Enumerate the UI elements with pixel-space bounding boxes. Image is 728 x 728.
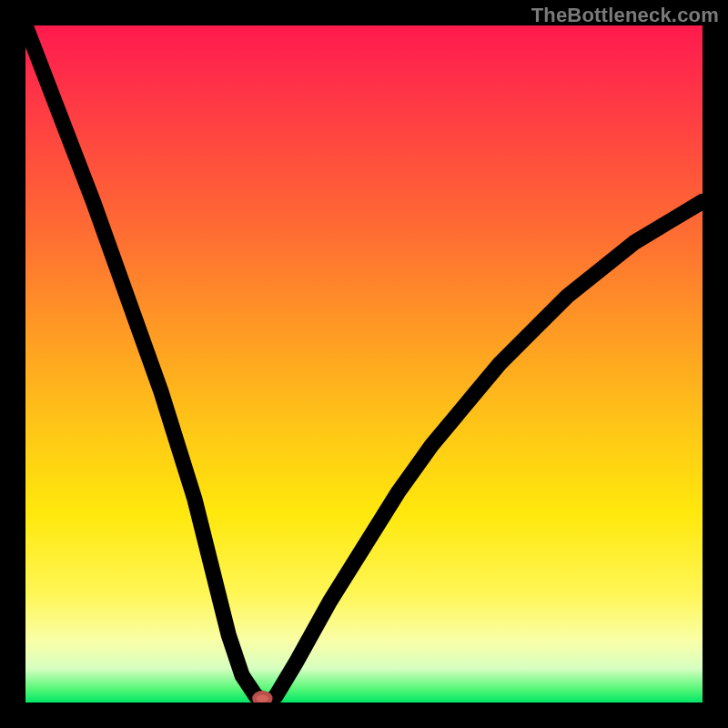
plot-area (25, 25, 703, 703)
chart-svg (25, 25, 703, 703)
chart-frame: TheBottleneck.com (0, 0, 728, 728)
watermark-text: TheBottleneck.com (531, 4, 719, 27)
bottleneck-curve (25, 25, 703, 703)
minimum-marker (254, 693, 270, 703)
